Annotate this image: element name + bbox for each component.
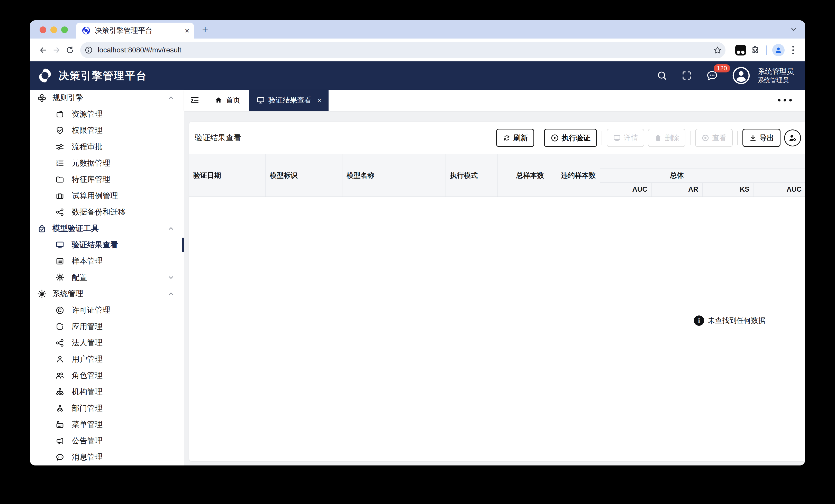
gear-icon xyxy=(37,289,47,299)
pinned-extension-icon[interactable] xyxy=(735,45,746,56)
table-body: i 未查找到任何数据 xyxy=(189,197,805,453)
tab-home[interactable]: 首页 xyxy=(206,90,249,111)
sidebar-item-user-management[interactable]: 用户管理 xyxy=(30,351,184,368)
sidebar-item-legal-entity-management[interactable]: 法人管理 xyxy=(30,335,184,351)
sidebar-item-label: 配置 xyxy=(72,272,87,283)
content-area: 首页 验证结果查看 × 验证结果查看 xyxy=(184,90,805,465)
tab-close-icon[interactable]: × xyxy=(318,96,321,104)
search-icon[interactable] xyxy=(657,70,667,81)
tab-close-icon[interactable]: × xyxy=(185,26,189,35)
browser-tabstrip: 决策引擎管理平台 × + xyxy=(30,20,805,39)
org-chart-icon xyxy=(55,387,64,396)
list-card-icon xyxy=(55,257,64,266)
export-button[interactable]: 导出 xyxy=(742,129,780,147)
toolbar-divider xyxy=(737,131,738,145)
sidebar-item-organization-management[interactable]: 机构管理 xyxy=(30,384,184,400)
sidebar-collapse-button[interactable] xyxy=(184,90,206,111)
chevron-up-icon xyxy=(167,290,175,297)
column-settings-button[interactable] xyxy=(784,129,801,146)
tab-validation-result-view[interactable]: 验证结果查看 × xyxy=(249,90,329,111)
app-header: 决策引擎管理平台 120 系统管理员 系统管理员 xyxy=(30,61,805,90)
play-circle-icon xyxy=(550,133,559,142)
sidebar-item-department-management[interactable]: 部门管理 xyxy=(30,400,184,416)
sidebar-item-label: 公告管理 xyxy=(72,436,103,446)
delete-button[interactable]: 删除 xyxy=(648,129,685,147)
sidebar-item-label: 用户管理 xyxy=(72,354,103,364)
sidebar-item-resource-management[interactable]: 资源管理 xyxy=(30,106,184,123)
sidebar-item-sample-management[interactable]: 样本管理 xyxy=(30,253,184,270)
sidebar-section-model-validation-tools[interactable]: 模型验证工具 xyxy=(30,220,184,237)
sidebar-item-trial-case-management[interactable]: 试算用例管理 xyxy=(30,188,184,204)
sidebar-item-validation-result-view[interactable]: 验证结果查看 xyxy=(30,236,184,253)
sidebar-item-role-management[interactable]: 角色管理 xyxy=(30,368,184,384)
extensions-puzzle-icon[interactable] xyxy=(751,45,760,55)
sidebar-item-message-management[interactable]: 消息管理 xyxy=(30,449,184,465)
detail-button[interactable]: 详情 xyxy=(607,129,644,147)
zoom-window-button[interactable] xyxy=(61,26,68,33)
toolbar-buttons: 刷新 执行验证 详情 xyxy=(496,129,801,147)
col-default-samples: 违约样本数 xyxy=(548,154,600,196)
group-next: AUC xyxy=(754,154,805,196)
sidebar-item-label: 机构管理 xyxy=(72,386,103,397)
browser-tab[interactable]: 决策引擎管理平台 × xyxy=(76,23,194,39)
share-nodes-icon xyxy=(55,208,64,217)
view-button[interactable]: 查看 xyxy=(695,129,733,147)
user-avatar-icon[interactable] xyxy=(732,66,750,85)
delete-label: 删除 xyxy=(665,133,679,143)
sidebar-item-data-backup-migration[interactable]: 数据备份和迁移 xyxy=(30,204,184,220)
tabbar-more-button[interactable] xyxy=(778,90,792,111)
sidebar-item-menu-management[interactable]: 菜单管理 xyxy=(30,416,184,433)
user-name: 系统管理员 xyxy=(758,67,794,76)
message-count-badge: 120 xyxy=(714,64,730,72)
run-validation-button[interactable]: 执行验证 xyxy=(544,129,597,147)
panel-toolbar: 验证结果查看 刷新 执行验证 xyxy=(189,122,805,154)
svg-text:3: 3 xyxy=(57,164,58,166)
forward-button[interactable] xyxy=(50,43,63,57)
monitor-icon xyxy=(55,240,64,249)
refresh-button[interactable]: 刷新 xyxy=(496,129,534,147)
sidebar-item-metadata-management[interactable]: 123 元数据管理 xyxy=(30,155,184,171)
group-overall-label: 总体 xyxy=(600,169,754,182)
addressbar-divider xyxy=(766,45,767,55)
sidebar-item-label: 权限管理 xyxy=(72,125,103,135)
col-ar: AR xyxy=(652,183,702,196)
messages-button[interactable]: 120 xyxy=(706,69,718,82)
url-text[interactable]: localhost:8080/#/mv/result xyxy=(98,46,713,54)
new-tab-button[interactable]: + xyxy=(200,24,211,36)
group-next-subcols: AUC xyxy=(754,183,805,196)
sidebar-section-label: 规则引擎 xyxy=(53,92,83,103)
sidebar-item-process-approval[interactable]: 流程审批 xyxy=(30,139,184,155)
minimize-window-button[interactable] xyxy=(50,26,57,33)
reload-button[interactable] xyxy=(63,43,77,57)
close-window-button[interactable] xyxy=(40,26,46,33)
col-auc: AUC xyxy=(600,183,652,196)
sidebar-item-feature-library-management[interactable]: 特征库管理 xyxy=(30,171,184,188)
sidebar-section-rules-engine[interactable]: 规则引擎 xyxy=(30,90,184,106)
col-auc: AUC xyxy=(754,183,805,196)
sidebar-section-label: 模型验证工具 xyxy=(53,223,99,234)
sidebar-item-label: 特征库管理 xyxy=(72,174,110,185)
sidebar-item-license-management[interactable]: 许可证管理 xyxy=(30,302,184,318)
site-info-icon[interactable] xyxy=(83,44,95,56)
empty-state-text: 未查找到任何数据 xyxy=(708,316,765,326)
bookmark-star-icon[interactable] xyxy=(713,46,722,55)
refresh-icon xyxy=(503,134,511,142)
user-gear-icon xyxy=(788,133,797,143)
browser-profile-avatar[interactable] xyxy=(772,44,785,56)
sidebar-item-announcement-management[interactable]: 公告管理 xyxy=(30,433,184,449)
user-info[interactable]: 系统管理员 系统管理员 xyxy=(758,67,794,84)
sidebar-item-permission-management[interactable]: 权限管理 xyxy=(30,122,184,139)
tab-list-chevron-down-icon[interactable] xyxy=(789,25,798,34)
sidebar-section-system-management[interactable]: 系统管理 xyxy=(30,286,184,302)
fullscreen-icon[interactable] xyxy=(681,70,692,81)
sidebar-item-label: 角色管理 xyxy=(72,370,103,381)
main-row: 规则引擎 资源管理 权限管理 流程审批 123 元数据管理 xyxy=(30,90,805,465)
sidebar-item-application-management[interactable]: 应用管理 xyxy=(30,318,184,335)
browser-menu-kebab-icon[interactable] xyxy=(792,46,794,54)
url-bar[interactable]: localhost:8080/#/mv/result xyxy=(80,42,726,58)
sidebar-item-configuration[interactable]: 配置 xyxy=(30,270,184,286)
sliders-icon xyxy=(55,142,64,151)
back-button[interactable] xyxy=(37,43,50,57)
col-validation-date: 验证日期 xyxy=(189,154,266,196)
chat-bubble-icon xyxy=(55,453,64,462)
